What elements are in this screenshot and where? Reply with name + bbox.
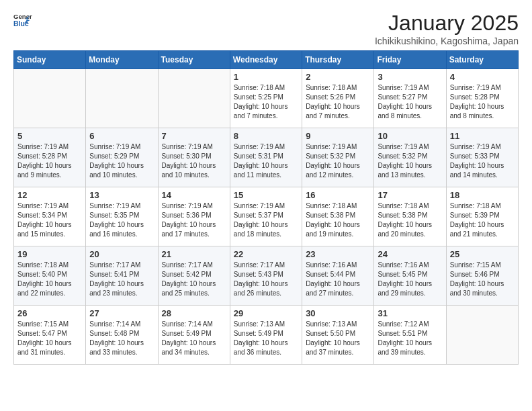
calendar-week-row: 5Sunrise: 7:19 AM Sunset: 5:28 PM Daylig… (14, 128, 519, 187)
location-subtitle: Ichikikushikino, Kagoshima, Japan (375, 36, 519, 46)
day-number: 12 (17, 190, 82, 200)
calendar-cell: 7Sunrise: 7:19 AM Sunset: 5:30 PM Daylig… (158, 128, 230, 187)
day-number: 13 (89, 190, 154, 200)
day-number: 18 (450, 190, 515, 200)
day-number: 14 (162, 190, 226, 200)
cell-info: Sunrise: 7:19 AM Sunset: 5:31 PM Dayligh… (234, 142, 298, 180)
cell-info: Sunrise: 7:18 AM Sunset: 5:39 PM Dayligh… (450, 201, 515, 239)
calendar-cell: 2Sunrise: 7:18 AM Sunset: 5:26 PM Daylig… (302, 69, 374, 128)
cell-info: Sunrise: 7:18 AM Sunset: 5:25 PM Dayligh… (234, 83, 298, 121)
weekday-header-wednesday: Wednesday (230, 51, 302, 69)
day-number: 21 (162, 249, 226, 259)
day-number: 24 (378, 249, 442, 259)
day-number: 22 (234, 249, 298, 259)
cell-info: Sunrise: 7:14 AM Sunset: 5:48 PM Dayligh… (89, 320, 154, 357)
day-number: 2 (306, 72, 370, 82)
cell-info: Sunrise: 7:16 AM Sunset: 5:44 PM Dayligh… (306, 261, 370, 298)
calendar-cell: 13Sunrise: 7:19 AM Sunset: 5:35 PM Dayli… (86, 187, 158, 246)
calendar-cell: 16Sunrise: 7:18 AM Sunset: 5:38 PM Dayli… (302, 187, 374, 246)
cell-info: Sunrise: 7:13 AM Sunset: 5:50 PM Dayligh… (306, 320, 370, 357)
month-title: January 2025 (375, 11, 519, 36)
calendar-cell: 28Sunrise: 7:14 AM Sunset: 5:49 PM Dayli… (158, 306, 230, 365)
cell-info: Sunrise: 7:18 AM Sunset: 5:38 PM Dayligh… (378, 201, 442, 239)
day-number: 7 (162, 131, 226, 141)
calendar-cell: 29Sunrise: 7:13 AM Sunset: 5:49 PM Dayli… (230, 306, 302, 365)
weekday-header-monday: Monday (86, 51, 158, 69)
day-number: 19 (17, 249, 82, 259)
cell-info: Sunrise: 7:19 AM Sunset: 5:28 PM Dayligh… (450, 83, 515, 121)
cell-info: Sunrise: 7:18 AM Sunset: 5:40 PM Dayligh… (17, 261, 82, 298)
cell-info: Sunrise: 7:17 AM Sunset: 5:42 PM Dayligh… (162, 261, 226, 298)
day-number: 5 (17, 131, 82, 141)
cell-info: Sunrise: 7:19 AM Sunset: 5:36 PM Dayligh… (162, 201, 226, 239)
day-number: 31 (378, 308, 442, 318)
calendar-cell: 27Sunrise: 7:14 AM Sunset: 5:48 PM Dayli… (86, 306, 158, 365)
title-block: January 2025 Ichikikushikino, Kagoshima,… (375, 11, 519, 46)
calendar-cell (446, 306, 518, 365)
logo-icon: General Blue (13, 11, 32, 30)
day-number: 6 (89, 131, 154, 141)
cell-info: Sunrise: 7:15 AM Sunset: 5:47 PM Dayligh… (17, 320, 82, 357)
cell-info: Sunrise: 7:19 AM Sunset: 5:34 PM Dayligh… (17, 201, 82, 239)
calendar-cell: 15Sunrise: 7:19 AM Sunset: 5:37 PM Dayli… (230, 187, 302, 246)
cell-info: Sunrise: 7:19 AM Sunset: 5:33 PM Dayligh… (450, 142, 515, 180)
day-number: 4 (450, 72, 515, 82)
cell-info: Sunrise: 7:12 AM Sunset: 5:51 PM Dayligh… (378, 320, 442, 357)
calendar-table: SundayMondayTuesdayWednesdayThursdayFrid… (13, 50, 519, 365)
cell-info: Sunrise: 7:18 AM Sunset: 5:38 PM Dayligh… (306, 201, 370, 239)
calendar-body: 1Sunrise: 7:18 AM Sunset: 5:25 PM Daylig… (14, 69, 519, 365)
cell-info: Sunrise: 7:17 AM Sunset: 5:41 PM Dayligh… (89, 261, 154, 298)
calendar-week-row: 19Sunrise: 7:18 AM Sunset: 5:40 PM Dayli… (14, 246, 519, 306)
calendar-cell: 6Sunrise: 7:19 AM Sunset: 5:29 PM Daylig… (86, 128, 158, 187)
day-number: 11 (450, 131, 515, 141)
day-number: 28 (162, 308, 226, 318)
day-number: 23 (306, 249, 370, 259)
day-number: 20 (89, 249, 154, 259)
calendar-cell: 21Sunrise: 7:17 AM Sunset: 5:42 PM Dayli… (158, 246, 230, 306)
day-number: 1 (234, 72, 298, 82)
calendar-cell: 25Sunrise: 7:15 AM Sunset: 5:46 PM Dayli… (446, 246, 518, 306)
logo: General Blue (13, 11, 32, 30)
cell-info: Sunrise: 7:14 AM Sunset: 5:49 PM Dayligh… (162, 320, 226, 357)
cell-info: Sunrise: 7:19 AM Sunset: 5:35 PM Dayligh… (89, 201, 154, 239)
cell-info: Sunrise: 7:13 AM Sunset: 5:49 PM Dayligh… (234, 320, 298, 357)
weekday-header-row: SundayMondayTuesdayWednesdayThursdayFrid… (14, 51, 519, 69)
calendar-header: SundayMondayTuesdayWednesdayThursdayFrid… (14, 51, 519, 69)
calendar-cell: 31Sunrise: 7:12 AM Sunset: 5:51 PM Dayli… (374, 306, 446, 365)
cell-info: Sunrise: 7:19 AM Sunset: 5:27 PM Dayligh… (378, 83, 442, 121)
calendar-cell: 18Sunrise: 7:18 AM Sunset: 5:39 PM Dayli… (446, 187, 518, 246)
day-number: 27 (89, 308, 154, 318)
calendar-cell: 22Sunrise: 7:17 AM Sunset: 5:43 PM Dayli… (230, 246, 302, 306)
weekday-header-tuesday: Tuesday (158, 51, 230, 69)
cell-info: Sunrise: 7:16 AM Sunset: 5:45 PM Dayligh… (378, 261, 442, 298)
calendar-cell (14, 69, 86, 128)
calendar-cell: 4Sunrise: 7:19 AM Sunset: 5:28 PM Daylig… (446, 69, 518, 128)
day-number: 15 (234, 190, 298, 200)
cell-info: Sunrise: 7:19 AM Sunset: 5:30 PM Dayligh… (162, 142, 226, 180)
calendar-cell: 9Sunrise: 7:19 AM Sunset: 5:32 PM Daylig… (302, 128, 374, 187)
calendar-cell: 24Sunrise: 7:16 AM Sunset: 5:45 PM Dayli… (374, 246, 446, 306)
cell-info: Sunrise: 7:17 AM Sunset: 5:43 PM Dayligh… (234, 261, 298, 298)
day-number: 29 (234, 308, 298, 318)
day-number: 17 (378, 190, 442, 200)
weekday-header-sunday: Sunday (14, 51, 86, 69)
calendar-cell: 20Sunrise: 7:17 AM Sunset: 5:41 PM Dayli… (86, 246, 158, 306)
day-number: 25 (450, 249, 515, 259)
day-number: 10 (378, 131, 442, 141)
day-number: 30 (306, 308, 370, 318)
calendar-cell (158, 69, 230, 128)
calendar-cell: 14Sunrise: 7:19 AM Sunset: 5:36 PM Dayli… (158, 187, 230, 246)
cell-info: Sunrise: 7:19 AM Sunset: 5:29 PM Dayligh… (89, 142, 154, 180)
calendar-cell: 1Sunrise: 7:18 AM Sunset: 5:25 PM Daylig… (230, 69, 302, 128)
calendar-cell: 17Sunrise: 7:18 AM Sunset: 5:38 PM Dayli… (374, 187, 446, 246)
cell-info: Sunrise: 7:19 AM Sunset: 5:37 PM Dayligh… (234, 201, 298, 239)
calendar-cell: 30Sunrise: 7:13 AM Sunset: 5:50 PM Dayli… (302, 306, 374, 365)
calendar-cell: 3Sunrise: 7:19 AM Sunset: 5:27 PM Daylig… (374, 69, 446, 128)
weekday-header-thursday: Thursday (302, 51, 374, 69)
day-number: 26 (17, 308, 82, 318)
calendar-cell: 26Sunrise: 7:15 AM Sunset: 5:47 PM Dayli… (14, 306, 86, 365)
calendar-week-row: 1Sunrise: 7:18 AM Sunset: 5:25 PM Daylig… (14, 69, 519, 128)
calendar-cell: 23Sunrise: 7:16 AM Sunset: 5:44 PM Dayli… (302, 246, 374, 306)
calendar-cell: 19Sunrise: 7:18 AM Sunset: 5:40 PM Dayli… (14, 246, 86, 306)
day-number: 3 (378, 72, 442, 82)
